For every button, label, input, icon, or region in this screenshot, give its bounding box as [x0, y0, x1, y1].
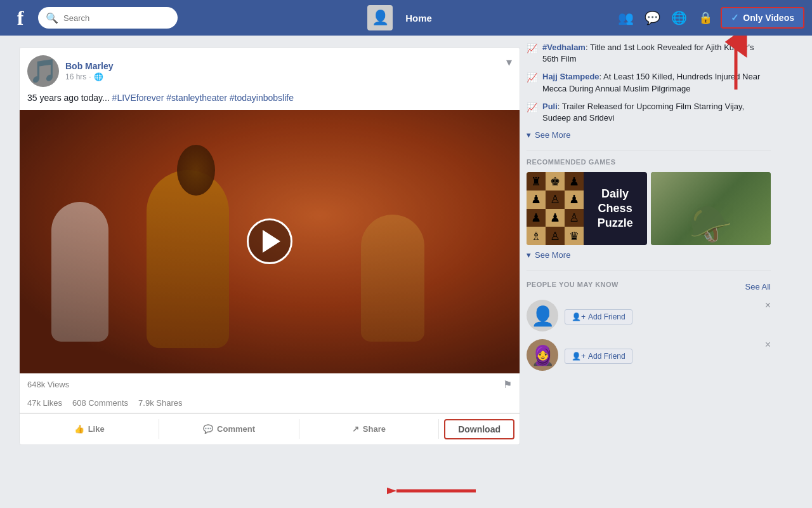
pymk-see-all[interactable]: See All [745, 282, 771, 291]
top-navigation: f 🔍 👤 Home 👥 💬 🌐 🔒 ✓ Only Videos [0, 0, 812, 36]
post-user-details: Bob Marley 16 hrs · 🌐 [65, 61, 113, 81]
see-more-games-arrow: ▾ [527, 250, 531, 260]
share-button[interactable]: ↗ Share [299, 419, 439, 439]
like-button[interactable]: 👍 Like [20, 419, 159, 439]
comment-label: Comment [217, 424, 255, 434]
likes-count: 47k Likes [27, 398, 62, 408]
download-button[interactable]: Download [444, 419, 514, 439]
post-options-chevron[interactable]: ▾ [506, 55, 512, 69]
red-left-arrow [387, 475, 482, 507]
chess-cell: ♟ [546, 209, 565, 227]
left-spacer [0, 42, 19, 453]
nav-left: f 🔍 [8, 5, 367, 30]
post-user-name[interactable]: Bob Marley [65, 61, 113, 71]
post-visibility-icon: 🌐 [94, 72, 103, 81]
checkmark-icon: ✓ [731, 12, 739, 23]
pymk-title: PEOPLE YOU MAY KNOW [527, 281, 619, 288]
share-label: Share [363, 424, 386, 434]
post-avatar[interactable]: 🎵 [27, 55, 59, 87]
flag-icon[interactable]: ⚑ [503, 378, 512, 391]
trending-text-2: Hajj Stampede: At Least 150 Killed, Hund… [542, 71, 771, 94]
search-input[interactable] [63, 13, 170, 23]
military-game-card[interactable]: 🪖 [651, 172, 771, 245]
post-user-info: 🎵 Bob Marley 16 hrs · 🌐 [27, 55, 113, 87]
post-header: 🎵 Bob Marley 16 hrs · 🌐 ▾ [20, 48, 520, 92]
only-videos-label: Only Videos [743, 13, 794, 23]
add-friend-button-2[interactable]: 👤+ Add Friend [565, 349, 632, 364]
user-avatar[interactable]: 👤 [367, 5, 393, 30]
trending-headline-3[interactable]: Puli [542, 102, 558, 111]
post-text-content: 35 years ago today... [27, 93, 110, 103]
facebook-logo: f [8, 5, 33, 30]
chess-cell: ♟ [565, 190, 584, 209]
home-link[interactable]: Home [393, 13, 445, 23]
post-time: 16 hrs [65, 72, 86, 81]
add-friend-button-1[interactable]: 👤+ Add Friend [565, 309, 632, 324]
trending-text-1: #Vedhalam: Title and 1st Look Revealed f… [542, 42, 771, 65]
pymk-avatar-2: 🧕 [527, 339, 558, 371]
comment-icon: 💬 [203, 424, 213, 434]
chess-cell: ♙ [546, 227, 565, 245]
games-see-more[interactable]: ▾ See More [527, 250, 771, 260]
person-avatar-2: 🧕 [531, 344, 554, 366]
like-label: Like [88, 424, 105, 434]
pymk-person-2: 🧕 👤+ Add Friend × [527, 339, 771, 371]
see-more-arrow: ▾ [527, 130, 531, 140]
post-card: 🎵 Bob Marley 16 hrs · 🌐 ▾ 35 years ago t… [19, 47, 520, 445]
pymk-person-1: 👤 👤+ Add Friend × [527, 300, 771, 331]
lock-icon[interactable]: 🔒 [694, 6, 717, 29]
see-more-label: See More [535, 130, 570, 140]
chess-cell: ♟ [527, 209, 546, 227]
trending-icon-2: 📈 [527, 72, 537, 83]
trending-see-more[interactable]: ▾ See More [527, 130, 771, 140]
play-button[interactable] [247, 218, 292, 264]
globe-icon[interactable]: 🌐 [667, 6, 690, 29]
trending-icon-3: 📈 [527, 102, 537, 112]
nav-center: 👤 Home [367, 5, 445, 30]
trending-icon-1: 📈 [527, 43, 537, 53]
post-hashtags: #LIVEforever #stanleytheater #todayinbob… [112, 93, 294, 103]
trending-section: 📈 #Vedhalam: Title and 1st Look Revealed… [527, 42, 771, 140]
chess-cell: ♚ [546, 172, 565, 190]
chess-cell: ♙ [565, 209, 584, 227]
video-stats: 648k Views ⚑ [20, 373, 520, 396]
comments-count: 608 Comments [72, 398, 128, 408]
thumbs-up-icon: 👍 [74, 424, 84, 434]
divider-1 [527, 150, 771, 150]
trending-desc-3: : Trailer Released for Upcoming Film Sta… [542, 102, 744, 123]
feed-top-spacer [19, 42, 520, 47]
dismiss-person-2[interactable]: × [765, 339, 771, 351]
games-section-title: RECOMMENDED GAMES [527, 158, 771, 166]
trending-headline-1[interactable]: #Vedhalam [542, 43, 586, 52]
share-icon: ↗ [352, 424, 359, 434]
only-videos-button[interactable]: ✓ Only Videos [721, 7, 804, 29]
trending-headline-2[interactable]: Hajj Stampede [542, 72, 599, 81]
action-bar: 👍 Like 💬 Comment ↗ Share Download [20, 413, 520, 444]
main-layout: 🎵 Bob Marley 16 hrs · 🌐 ▾ 35 years ago t… [0, 36, 812, 453]
chess-cell: ♗ [527, 227, 546, 245]
play-triangle-icon [263, 230, 280, 253]
search-bar[interactable]: 🔍 [38, 7, 178, 29]
pymk-info-1: 👤+ Add Friend [565, 307, 632, 324]
trending-text-3: Puli: Trailer Released for Upcoming Film… [542, 101, 771, 124]
add-friend-icon-1: 👤+ [572, 312, 586, 321]
chess-board: ♜ ♚ ♟ ♟ ♙ ♟ ♟ ♟ ♙ ♗ ♙ ♛ [527, 172, 584, 245]
see-more-games-label: See More [535, 250, 570, 260]
friends-icon[interactable]: 👥 [614, 6, 637, 29]
games-section: RECOMMENDED GAMES ♜ ♚ ♟ ♟ ♙ ♟ ♟ ♟ [527, 158, 771, 260]
messages-icon[interactable]: 💬 [641, 6, 664, 29]
nav-right: 👥 💬 🌐 🔒 ✓ Only Videos [445, 6, 804, 29]
trending-item-2: 📈 Hajj Stampede: At Least 150 Killed, Hu… [527, 71, 771, 94]
trending-item-3: 📈 Puli: Trailer Released for Upcoming Fi… [527, 101, 771, 124]
chess-cell: ♛ [565, 227, 584, 245]
chess-title-area: Daily Chess Puzzle [584, 172, 647, 245]
add-friend-label-1: Add Friend [588, 312, 625, 321]
video-player[interactable] [20, 110, 520, 373]
soldier-icon: 🪖 [689, 204, 733, 245]
comment-button[interactable]: 💬 Comment [159, 419, 299, 439]
search-icon: 🔍 [46, 12, 58, 24]
divider-2 [527, 270, 771, 271]
chess-game-card[interactable]: ♜ ♚ ♟ ♟ ♙ ♟ ♟ ♟ ♙ ♗ ♙ ♛ [527, 172, 647, 245]
dismiss-person-1[interactable]: × [765, 300, 771, 311]
chess-game-title: Daily Chess Puzzle [584, 187, 647, 231]
